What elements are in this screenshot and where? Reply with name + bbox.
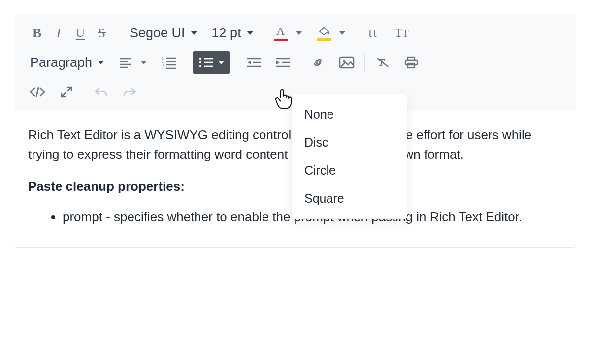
chevron-down-icon (98, 61, 104, 64)
background-color-dropdown[interactable] (335, 22, 350, 44)
svg-point-12 (199, 58, 201, 60)
fullscreen-button[interactable] (56, 81, 77, 103)
chevron-down-icon (191, 31, 197, 35)
align-dropdown[interactable] (136, 52, 151, 73)
undo-button[interactable] (90, 81, 112, 103)
bullet-option-circle[interactable]: Circle (292, 156, 407, 184)
bullet-option-square[interactable]: Square (292, 184, 407, 212)
svg-rect-29 (405, 60, 417, 65)
chevron-down-icon (339, 31, 345, 35)
rich-text-editor: B I U S Segoe UI 12 pt A (15, 15, 576, 248)
svg-text:3: 3 (162, 63, 164, 67)
font-color-icon: A (274, 25, 288, 41)
align-left-icon (119, 57, 132, 68)
outdent-button[interactable] (243, 52, 264, 73)
bullet-option-disc[interactable]: Disc (292, 128, 407, 156)
redo-button[interactable] (119, 81, 140, 103)
link-icon (311, 57, 326, 68)
separator (300, 53, 300, 72)
link-button[interactable] (307, 52, 329, 73)
font-color-dropdown[interactable] (292, 22, 306, 44)
strikethrough-button[interactable]: S (91, 22, 113, 44)
code-icon (29, 86, 46, 98)
font-family-select[interactable]: Segoe UI (126, 22, 201, 44)
bold-button[interactable]: B (26, 22, 48, 44)
format-select[interactable]: Paragraph (26, 52, 108, 73)
outdent-icon (246, 57, 261, 68)
cursor-pointer-icon (274, 88, 293, 112)
code-view-button[interactable] (26, 81, 49, 103)
uppercase-icon: TT (395, 26, 409, 40)
bullet-option-none[interactable]: None (292, 100, 407, 128)
paint-bucket-icon (317, 26, 331, 41)
toolbar: B I U S Segoe UI 12 pt A (15, 15, 576, 110)
svg-point-13 (199, 61, 201, 63)
image-button[interactable] (336, 52, 358, 73)
font-size-label: 12 pt (212, 26, 241, 41)
unordered-list-icon (198, 57, 213, 68)
svg-text:2: 2 (162, 60, 164, 63)
italic-button[interactable]: I (48, 22, 69, 44)
clear-format-button[interactable]: T (372, 52, 394, 73)
background-color-button[interactable] (313, 22, 335, 44)
svg-line-31 (36, 88, 38, 96)
image-icon (339, 56, 355, 69)
ordered-list-button[interactable]: 1 2 3 4 (158, 52, 180, 73)
lowercase-icon: tt (368, 26, 377, 40)
svg-rect-30 (408, 63, 415, 68)
underline-button[interactable]: U (69, 22, 91, 44)
ordered-list-icon: 1 2 3 4 (162, 56, 176, 69)
chevron-down-icon (296, 31, 302, 35)
font-family-label: Segoe UI (130, 26, 185, 41)
svg-text:1: 1 (162, 57, 164, 60)
svg-text:4: 4 (162, 67, 164, 69)
strikethrough-icon: S (98, 25, 106, 41)
underline-icon: U (76, 26, 85, 40)
separator (364, 53, 365, 72)
bullet-style-dropdown: None Disc Circle Square (291, 94, 407, 219)
chevron-down-icon (247, 31, 253, 35)
indent-button[interactable] (271, 52, 293, 73)
chevron-down-icon (141, 61, 147, 64)
uppercase-button[interactable]: TT (391, 22, 413, 44)
chevron-down-icon (218, 61, 224, 64)
redo-icon (122, 87, 137, 97)
format-label: Paragraph (30, 55, 92, 70)
undo-icon (94, 87, 108, 97)
font-size-select[interactable]: 12 pt (208, 22, 257, 44)
align-button[interactable] (115, 52, 136, 73)
svg-point-14 (199, 65, 201, 67)
lowercase-button[interactable]: tt (362, 22, 384, 44)
bold-icon: B (33, 25, 42, 41)
print-icon (404, 56, 419, 69)
italic-icon: I (56, 25, 61, 41)
unordered-list-button[interactable] (193, 51, 230, 74)
print-button[interactable] (400, 52, 422, 73)
font-color-button[interactable]: A (270, 22, 292, 44)
indent-icon (275, 57, 290, 68)
clear-format-icon: T (375, 56, 390, 69)
fullscreen-icon (60, 86, 73, 98)
